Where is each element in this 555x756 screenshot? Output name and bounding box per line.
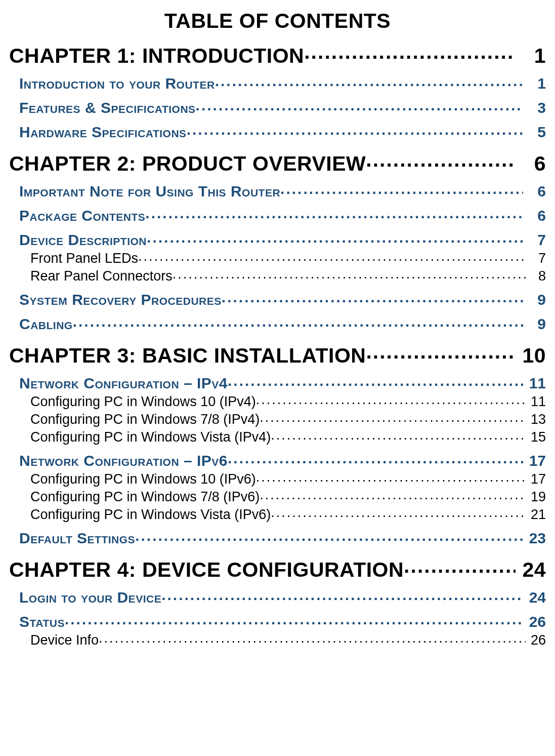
toc-subsection[interactable]: Rear Panel Connectors8	[9, 268, 546, 284]
toc-subsection-link[interactable]: Configuring PC in Windows 10 (IPv4)11	[30, 394, 546, 410]
toc-section-link[interactable]: Cabling9	[19, 315, 546, 333]
toc-section[interactable]: Device Description7	[9, 231, 546, 249]
toc-subsection-link[interactable]: Rear Panel Connectors8	[30, 268, 546, 284]
toc-page-number: 23	[523, 530, 546, 547]
toc-subsection[interactable]: Device Info26	[9, 632, 546, 648]
dot-leader	[215, 75, 523, 90]
toc-section[interactable]: Package Contents6	[9, 207, 546, 224]
toc-entry-label: Front Panel LEDs	[30, 251, 138, 266]
toc-section[interactable]: Cabling9	[9, 315, 546, 333]
toc-section[interactable]: Features & Specifications3	[9, 99, 546, 116]
dot-leader	[161, 589, 523, 604]
toc-chapter-link[interactable]: CHAPTER 1: INTRODUCTION1	[9, 44, 546, 68]
toc-chapter[interactable]: CHAPTER 3: BASIC INSTALLATION10	[9, 344, 546, 368]
toc-section-link[interactable]: Network Configuration – IPv617	[19, 452, 546, 469]
toc-section-link[interactable]: Device Description7	[19, 231, 546, 249]
toc-subsection[interactable]: Configuring PC in Windows Vista (IPv4)15	[9, 429, 546, 445]
dot-leader	[73, 315, 523, 331]
toc-page-number: 6	[516, 152, 546, 176]
toc-chapter-link[interactable]: CHAPTER 4: DEVICE CONFIGURATION24	[9, 558, 546, 582]
dot-leader	[256, 394, 526, 408]
toc-entry-label: Configuring PC in Windows 7/8 (IPv6)	[30, 489, 260, 505]
toc-page-number: 6	[523, 207, 546, 224]
toc-entry-label: Cabling	[19, 315, 73, 333]
dot-leader	[228, 452, 523, 467]
toc-subsection[interactable]: Configuring PC in Windows 7/8 (IPv6)19	[9, 489, 546, 505]
toc-section[interactable]: Status26	[9, 613, 546, 630]
toc-entry-label: Status	[19, 613, 65, 630]
toc-page-number: 17	[523, 452, 546, 469]
toc-section-link[interactable]: Package Contents6	[19, 207, 546, 224]
toc-subsection[interactable]: Configuring PC in Windows Vista (IPv6)21	[9, 507, 546, 523]
toc-section-link[interactable]: Features & Specifications3	[19, 99, 546, 116]
page-title: TABLE OF CONTENTS	[9, 9, 546, 33]
dot-leader	[196, 99, 523, 114]
toc-section-link[interactable]: Default Settings23	[19, 530, 546, 547]
toc-section[interactable]: Default Settings23	[9, 530, 546, 547]
toc-section[interactable]: Network Configuration – IPv411	[9, 375, 546, 392]
dot-leader	[304, 44, 516, 65]
toc-chapter[interactable]: CHAPTER 1: INTRODUCTION1	[9, 44, 546, 68]
toc-page-number: 9	[523, 315, 546, 333]
toc-page-number: 17	[526, 471, 546, 487]
dot-leader	[271, 429, 526, 443]
dot-leader	[65, 613, 523, 628]
dot-leader	[366, 152, 516, 173]
toc-entry-label: Features & Specifications	[19, 99, 196, 116]
toc-section-link[interactable]: Login to your Device24	[19, 589, 546, 606]
toc-subsection[interactable]: Configuring PC in Windows 10 (IPv4)11	[9, 394, 546, 410]
toc-page-number: 15	[526, 429, 546, 445]
toc-section-link[interactable]: Hardware Specifications5	[19, 124, 546, 141]
table-of-contents: CHAPTER 1: INTRODUCTION1Introduction to …	[9, 44, 546, 648]
toc-section[interactable]: Login to your Device24	[9, 589, 546, 606]
toc-entry-label: CHAPTER 1: INTRODUCTION	[9, 44, 304, 68]
toc-page-number: 1	[516, 44, 546, 68]
dot-leader	[228, 375, 523, 390]
toc-section-link[interactable]: Network Configuration – IPv411	[19, 375, 546, 392]
toc-section-link[interactable]: Important Note for Using This Router6	[19, 183, 546, 200]
toc-entry-label: Network Configuration – IPv4	[19, 375, 228, 392]
toc-page-number: 24	[516, 558, 546, 582]
toc-chapter-link[interactable]: CHAPTER 3: BASIC INSTALLATION10	[9, 344, 546, 368]
toc-entry-label: Introduction to your Router	[19, 75, 215, 92]
toc-entry-label: Network Configuration – IPv6	[19, 452, 228, 469]
toc-entry-label: CHAPTER 3: BASIC INSTALLATION	[9, 344, 366, 368]
toc-page-number: 9	[523, 291, 546, 308]
dot-leader	[366, 344, 516, 365]
dot-leader	[147, 231, 523, 247]
toc-subsection-link[interactable]: Configuring PC in Windows 10 (IPv6)17	[30, 471, 546, 487]
dot-leader	[280, 183, 523, 198]
toc-entry-label: CHAPTER 4: DEVICE CONFIGURATION	[9, 558, 404, 582]
toc-page-number: 3	[523, 99, 546, 116]
toc-subsection-link[interactable]: Device Info26	[30, 632, 546, 648]
toc-section-link[interactable]: System Recovery Procedures9	[19, 291, 546, 308]
toc-section[interactable]: Introduction to your Router1	[9, 75, 546, 92]
toc-chapter-link[interactable]: CHAPTER 2: PRODUCT OVERVIEW6	[9, 152, 546, 176]
toc-entry-label: Configuring PC in Windows 10 (IPv6)	[30, 471, 256, 487]
toc-section[interactable]: System Recovery Procedures9	[9, 291, 546, 308]
toc-subsection-link[interactable]: Configuring PC in Windows Vista (IPv6)21	[30, 507, 546, 523]
toc-subsection-link[interactable]: Front Panel LEDs7	[30, 251, 546, 266]
toc-entry-label: Package Contents	[19, 207, 145, 224]
toc-section[interactable]: Hardware Specifications5	[9, 124, 546, 141]
toc-subsection-link[interactable]: Configuring PC in Windows 7/8 (IPv6)19	[30, 489, 546, 505]
toc-subsection[interactable]: Configuring PC in Windows 7/8 (IPv4)13	[9, 412, 546, 427]
toc-chapter[interactable]: CHAPTER 4: DEVICE CONFIGURATION24	[9, 558, 546, 582]
toc-entry-label: Hardware Specifications	[19, 124, 187, 141]
dot-leader	[222, 291, 523, 306]
toc-subsection-link[interactable]: Configuring PC in Windows 7/8 (IPv4)13	[30, 412, 546, 427]
toc-subsection[interactable]: Configuring PC in Windows 10 (IPv6)17	[9, 471, 546, 487]
toc-page-number: 19	[526, 489, 546, 505]
toc-section-link[interactable]: Status26	[19, 613, 546, 630]
toc-entry-label: Configuring PC in Windows Vista (IPv6)	[30, 507, 271, 523]
toc-page-number: 1	[523, 75, 546, 92]
toc-entry-label: Configuring PC in Windows 10 (IPv4)	[30, 394, 256, 410]
toc-entry-label: Default Settings	[19, 530, 135, 547]
toc-section-link[interactable]: Introduction to your Router1	[19, 75, 546, 92]
toc-section[interactable]: Important Note for Using This Router6	[9, 183, 546, 200]
toc-chapter[interactable]: CHAPTER 2: PRODUCT OVERVIEW6	[9, 152, 546, 176]
toc-subsection-link[interactable]: Configuring PC in Windows Vista (IPv4)15	[30, 429, 546, 445]
toc-subsection[interactable]: Front Panel LEDs7	[9, 251, 546, 266]
toc-entry-label: Configuring PC in Windows Vista (IPv4)	[30, 429, 271, 445]
toc-section[interactable]: Network Configuration – IPv617	[9, 452, 546, 469]
